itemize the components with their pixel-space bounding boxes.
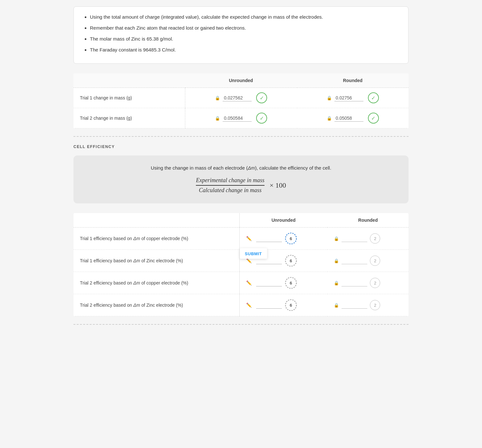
- rounded-num-badge: 2: [370, 256, 380, 266]
- info-box: Using the total amount of charge (integr…: [73, 6, 409, 64]
- eff-unrounded-input[interactable]: [256, 235, 282, 242]
- formula-math: Experimental change in mass Calculated c…: [86, 177, 396, 194]
- progress-circle: 6: [284, 254, 297, 267]
- eff-row-rounded: 🔒 2: [327, 272, 409, 294]
- mass-table-row: Trial 2 change in mass (g) 🔒 ✓ 🔒 ✓: [73, 108, 409, 128]
- delta-m-label: Δm: [133, 236, 140, 241]
- cell-efficiency-header: CELL EFFICIENCY: [73, 145, 409, 149]
- delta-m-label: Δm: [133, 258, 140, 263]
- mass-change-table: Unrounded Rounded Trial 1 change in mass…: [73, 73, 409, 128]
- fraction: Experimental change in mass Calculated c…: [196, 177, 264, 194]
- efficiency-table-section: Unrounded Rounded Trial 1 efficiency bas…: [73, 213, 409, 316]
- eff-unrounded-input[interactable]: [256, 280, 282, 286]
- mass-row-label: Trial 1 change in mass (g): [73, 88, 185, 108]
- bullet-2: Remember that each Zinc atom that reacte…: [90, 24, 399, 32]
- unrounded-input-group: 🔒 ✓: [215, 113, 267, 124]
- eff-row-label: Trial 1 efficiency based on Δm of copper…: [73, 228, 239, 250]
- mass-change-table-section: Unrounded Rounded Trial 1 change in mass…: [73, 73, 409, 128]
- lock-icon-rounded: 🔒: [327, 116, 332, 121]
- unrounded-input[interactable]: [223, 95, 252, 101]
- rounded-input[interactable]: [334, 115, 363, 122]
- efficiency-table-row: Trial 1 efficiency based on Δm of copper…: [73, 228, 409, 250]
- progress-circle: 6: [284, 276, 297, 289]
- bullet-list: Using the total amount of charge (integr…: [83, 13, 399, 54]
- check-circle-unrounded: ✓: [256, 113, 267, 124]
- eff-rounded-input: [342, 302, 367, 309]
- efficiency-table-row: Trial 2 efficiency based on Δm of Zinc e…: [73, 294, 409, 316]
- section-divider-2: [73, 324, 409, 325]
- rounded-num-badge: 2: [370, 278, 380, 288]
- eff-row-unrounded: ✏️ 6: [239, 294, 327, 316]
- formula-description: Using the change in mass of each electro…: [86, 165, 396, 171]
- eff-rounded-wrap: 🔒 2: [334, 278, 380, 288]
- lock-icon-eff: 🔒: [334, 258, 339, 263]
- eff-rounded-wrap: 🔒 2: [334, 233, 380, 244]
- lock-icon-rounded: 🔒: [327, 96, 332, 100]
- formula-desc-end: ), calculate the efficiency of the cell.: [255, 165, 332, 171]
- eff-row-rounded: 🔒 2: [327, 228, 409, 250]
- eff-row-rounded: 🔒 2: [327, 294, 409, 316]
- bullet-4: The Faraday constant is 96485.3 C/mol.: [90, 46, 399, 54]
- mass-row-unrounded: 🔒 ✓: [185, 108, 297, 128]
- efficiency-table: Unrounded Rounded Trial 1 efficiency bas…: [73, 213, 409, 316]
- mass-table-row: Trial 1 change in mass (g) 🔒 ✓ 🔒 ✓: [73, 88, 409, 108]
- lock-icon-eff: 🔒: [334, 303, 339, 308]
- fraction-numerator: Experimental change in mass: [196, 177, 264, 186]
- unrounded-input-group: 🔒 ✓: [215, 92, 267, 103]
- eff-unrounded-wrap: ✏️ 6: [246, 299, 297, 312]
- fraction-denominator: Calculated change in mass: [199, 186, 261, 194]
- pencil-icon: ✏️: [246, 303, 252, 308]
- mass-row-unrounded: 🔒 ✓: [185, 88, 297, 108]
- lock-icon-eff: 🔒: [334, 281, 339, 285]
- formula-desc-text: Using the change in mass of each electro…: [151, 165, 248, 171]
- mass-table-unrounded-header: Unrounded: [185, 73, 297, 88]
- efficiency-table-row: Trial 2 efficiency based on Δm of copper…: [73, 272, 409, 294]
- eff-rounded-input: [342, 257, 367, 264]
- eff-rounded-input: [342, 235, 367, 242]
- check-circle-rounded: ✓: [368, 113, 379, 124]
- mass-row-rounded: 🔒 ✓: [297, 108, 409, 128]
- formula-delta: Δm: [248, 165, 255, 171]
- pencil-icon: ✏️: [246, 236, 252, 241]
- eff-rounded-wrap: 🔒 2: [334, 300, 380, 310]
- eff-row-unrounded: ✏️ 6 SUBMIT: [239, 228, 327, 250]
- rounded-input-group: 🔒 ✓: [327, 92, 379, 103]
- rounded-num-badge: 2: [370, 300, 380, 310]
- eff-table-unrounded-header: Unrounded: [239, 213, 327, 228]
- circle-num: 6: [290, 236, 292, 241]
- check-circle-unrounded: ✓: [256, 92, 267, 103]
- pencil-icon: ✏️: [246, 258, 252, 263]
- rounded-num-badge: 2: [370, 233, 380, 244]
- check-circle-rounded: ✓: [368, 92, 379, 103]
- eff-rounded-input: [342, 280, 367, 286]
- progress-circle: 6: [284, 299, 297, 312]
- eff-unrounded-input[interactable]: [256, 302, 282, 309]
- eff-row-label: Trial 2 efficiency based on Δm of Zinc e…: [73, 294, 239, 316]
- circle-num: 6: [290, 258, 292, 263]
- lock-icon: 🔒: [215, 96, 220, 100]
- eff-row-label: Trial 2 efficiency based on Δm of copper…: [73, 272, 239, 294]
- formula-box: Using the change in mass of each electro…: [73, 155, 409, 203]
- times-100: × 100: [270, 181, 286, 190]
- pencil-icon: ✏️: [246, 280, 252, 285]
- eff-row-rounded: 🔒 2: [327, 250, 409, 272]
- eff-table-empty-header: [73, 213, 239, 228]
- eff-unrounded-wrap: ✏️ 6 SUBMIT: [246, 232, 297, 245]
- eff-row-label: Trial 1 efficiency based on Δm of Zinc e…: [73, 250, 239, 272]
- eff-rounded-wrap: 🔒 2: [334, 256, 380, 266]
- circle-num: 6: [290, 303, 292, 308]
- unrounded-input[interactable]: [223, 115, 252, 122]
- bullet-1: Using the total amount of charge (integr…: [90, 13, 399, 21]
- eff-row-unrounded: ✏️ 6: [239, 272, 327, 294]
- eff-table-rounded-header: Rounded: [327, 213, 409, 228]
- rounded-input[interactable]: [334, 95, 363, 101]
- lock-icon: 🔒: [215, 116, 220, 121]
- lock-icon-eff: 🔒: [334, 236, 339, 241]
- delta-m-label: Δm: [133, 303, 140, 308]
- mass-row-rounded: 🔒 ✓: [297, 88, 409, 108]
- eff-unrounded-wrap: ✏️ 6: [246, 276, 297, 289]
- mass-table-rounded-header: Rounded: [297, 73, 409, 88]
- submit-button[interactable]: SUBMIT: [245, 251, 262, 256]
- progress-circle: 6: [284, 232, 297, 245]
- delta-m-label: Δm: [133, 280, 140, 285]
